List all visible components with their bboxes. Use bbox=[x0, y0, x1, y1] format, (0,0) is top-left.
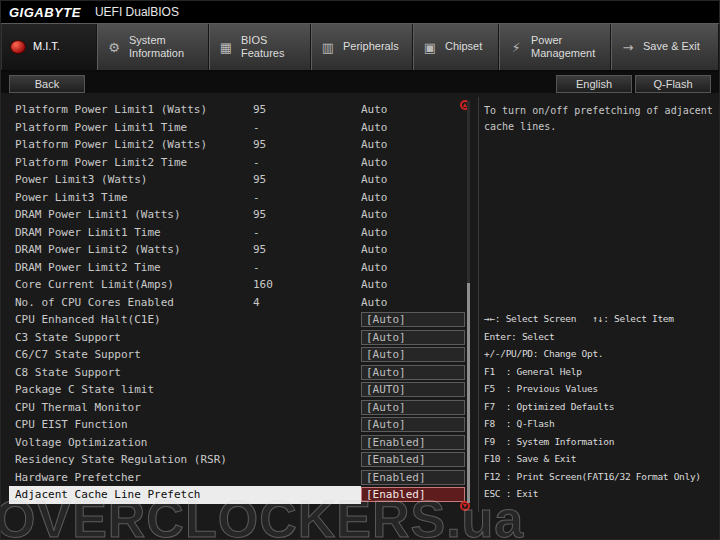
power-icon bbox=[10, 40, 26, 54]
legend-line: F12 : Print Screen(FAT16/32 Format Only) bbox=[484, 468, 713, 486]
setting-value: 4 bbox=[253, 296, 361, 309]
legend-line: F8 : Q-Flash bbox=[484, 415, 713, 433]
setting-label: C6/C7 State Support bbox=[9, 348, 253, 361]
setting-row[interactable]: C3 State Support[Auto] bbox=[9, 329, 465, 347]
tab-system-information[interactable]: ⚙System Information bbox=[97, 24, 209, 70]
setting-row[interactable]: C6/C7 State Support[Auto] bbox=[9, 346, 465, 364]
setting-label: No. of CPU Cores Enabled bbox=[9, 296, 253, 309]
setting-option[interactable]: [Auto] bbox=[361, 400, 465, 415]
setting-row[interactable]: C8 State Support[Auto] bbox=[9, 364, 465, 382]
setting-option[interactable]: [Auto] bbox=[361, 417, 465, 432]
setting-row[interactable]: Power Limit3 Time-Auto bbox=[9, 189, 465, 207]
tab-label: System Information bbox=[129, 34, 184, 60]
legend-line: →←: Select Screen ↑↓: Select Item bbox=[484, 310, 713, 328]
setting-label: CPU EIST Function bbox=[9, 418, 253, 431]
setting-row[interactable]: DRAM Power Limit1 (Watts)95Auto bbox=[9, 206, 465, 224]
legend-line: Enter: Select bbox=[484, 328, 713, 346]
setting-row[interactable]: Adjacent Cache Line Prefetch[Enabled] bbox=[9, 486, 465, 504]
setting-row[interactable]: Residency State Regulation (RSR)[Enabled… bbox=[9, 451, 465, 469]
setting-value: - bbox=[253, 226, 361, 239]
setting-label: DRAM Power Limit1 (Watts) bbox=[9, 208, 253, 221]
tab-label: Peripherals bbox=[343, 40, 399, 53]
setting-value: 95 bbox=[253, 103, 361, 116]
setting-row[interactable]: Hardware Prefetcher[Enabled] bbox=[9, 469, 465, 487]
setting-option[interactable]: [Enabled] bbox=[361, 435, 465, 450]
toolbar-right-group: English Q-Flash bbox=[556, 75, 711, 93]
chip-icon: ▣ bbox=[422, 39, 438, 55]
main-area: Platform Power Limit1 (Watts)95AutoPlatf… bbox=[1, 93, 720, 540]
setting-option[interactable]: [Auto] bbox=[361, 365, 465, 380]
setting-label: Package C State limit bbox=[9, 383, 253, 396]
setting-option: Auto bbox=[361, 208, 465, 221]
tab-bios-features[interactable]: ▦BIOS Features bbox=[209, 24, 311, 70]
setting-value: - bbox=[253, 261, 361, 274]
setting-option: Auto bbox=[361, 103, 465, 116]
setting-row[interactable]: CPU Enhanced Halt(C1E)[Auto] bbox=[9, 311, 465, 329]
setting-row[interactable]: Core Current Limit(Amps)160Auto bbox=[9, 276, 465, 294]
setting-option[interactable]: [Auto] bbox=[361, 347, 465, 362]
setting-row[interactable]: Voltage Optimization[Enabled] bbox=[9, 434, 465, 452]
tab-power-management[interactable]: ⚡Power Management bbox=[499, 24, 611, 70]
setting-row[interactable]: Platform Power Limit2 (Watts)95Auto bbox=[9, 136, 465, 154]
setting-value: 95 bbox=[253, 173, 361, 186]
setting-option[interactable]: [Enabled] bbox=[361, 487, 465, 502]
setting-row[interactable]: Platform Power Limit1 Time-Auto bbox=[9, 119, 465, 137]
qflash-button[interactable]: Q-Flash bbox=[635, 75, 711, 93]
bolt-icon: ⚡ bbox=[508, 39, 524, 55]
setting-label: Residency State Regulation (RSR) bbox=[9, 453, 253, 466]
back-button[interactable]: Back bbox=[9, 75, 85, 93]
tab-mit[interactable]: M.I.T. bbox=[1, 24, 97, 70]
setting-value: 160 bbox=[253, 278, 361, 291]
setting-row[interactable]: CPU EIST Function[Auto] bbox=[9, 416, 465, 434]
setting-label: C8 State Support bbox=[9, 366, 253, 379]
setting-row[interactable]: Power Limit3 (Watts)95Auto bbox=[9, 171, 465, 189]
bios-screen: GIGABYTE UEFI DualBIOS M.I.T.⚙System Inf… bbox=[0, 0, 720, 540]
setting-row[interactable]: CPU Thermal Monitor[Auto] bbox=[9, 399, 465, 417]
setting-row[interactable]: Package C State limit[AUTO] bbox=[9, 381, 465, 399]
setting-label: DRAM Power Limit2 (Watts) bbox=[9, 243, 253, 256]
setting-row[interactable]: DRAM Power Limit1 Time-Auto bbox=[9, 224, 465, 242]
setting-option[interactable]: [Auto] bbox=[361, 312, 465, 327]
scrollbar-thumb[interactable] bbox=[467, 283, 470, 503]
setting-label: Platform Power Limit2 Time bbox=[9, 156, 253, 169]
setting-label: DRAM Power Limit2 Time bbox=[9, 261, 253, 274]
setting-row[interactable]: Platform Power Limit2 Time-Auto bbox=[9, 154, 465, 172]
settings-list: Platform Power Limit1 (Watts)95AutoPlatf… bbox=[9, 101, 465, 504]
exit-icon: → bbox=[620, 39, 636, 55]
setting-option[interactable]: [Enabled] bbox=[361, 452, 465, 467]
setting-option: Auto bbox=[361, 156, 465, 169]
setting-value: - bbox=[253, 156, 361, 169]
setting-row[interactable]: Platform Power Limit1 (Watts)95Auto bbox=[9, 101, 465, 119]
setting-option[interactable]: [AUTO] bbox=[361, 382, 465, 397]
setting-option[interactable]: [Enabled] bbox=[361, 470, 465, 485]
setting-label: Platform Power Limit1 Time bbox=[9, 121, 253, 134]
setting-row[interactable]: DRAM Power Limit2 Time-Auto bbox=[9, 259, 465, 277]
setting-label: Hardware Prefetcher bbox=[9, 471, 253, 484]
firmware-title: UEFI DualBIOS bbox=[95, 5, 179, 19]
setting-label: Platform Power Limit1 (Watts) bbox=[9, 103, 253, 116]
tab-save-exit[interactable]: →Save & Exit bbox=[611, 24, 719, 70]
scrollbar-track[interactable] bbox=[467, 101, 470, 503]
grid-icon: ▦ bbox=[218, 39, 234, 55]
gear-icon: ⚙ bbox=[106, 39, 122, 55]
setting-value: 95 bbox=[253, 243, 361, 256]
tab-peripherals[interactable]: ▥Peripherals bbox=[311, 24, 413, 70]
setting-label: CPU Enhanced Halt(C1E) bbox=[9, 313, 253, 326]
tab-chipset[interactable]: ▣Chipset bbox=[413, 24, 499, 70]
setting-label: Power Limit3 (Watts) bbox=[9, 173, 253, 186]
setting-option: Auto bbox=[361, 243, 465, 256]
language-button[interactable]: English bbox=[556, 75, 632, 93]
setting-value: - bbox=[253, 121, 361, 134]
setting-label: Core Current Limit(Amps) bbox=[9, 278, 253, 291]
setting-option: Auto bbox=[361, 173, 465, 186]
setting-option[interactable]: [Auto] bbox=[361, 330, 465, 345]
setting-option: Auto bbox=[361, 191, 465, 204]
legend-line: F1 : General Help bbox=[484, 363, 713, 381]
setting-option: Auto bbox=[361, 121, 465, 134]
gigabyte-logo: GIGABYTE bbox=[9, 5, 81, 20]
legend-line: F5 : Previous Values bbox=[484, 380, 713, 398]
setting-label: Platform Power Limit2 (Watts) bbox=[9, 138, 253, 151]
setting-label: Power Limit3 Time bbox=[9, 191, 253, 204]
setting-row[interactable]: DRAM Power Limit2 (Watts)95Auto bbox=[9, 241, 465, 259]
setting-row[interactable]: No. of CPU Cores Enabled4Auto bbox=[9, 294, 465, 312]
